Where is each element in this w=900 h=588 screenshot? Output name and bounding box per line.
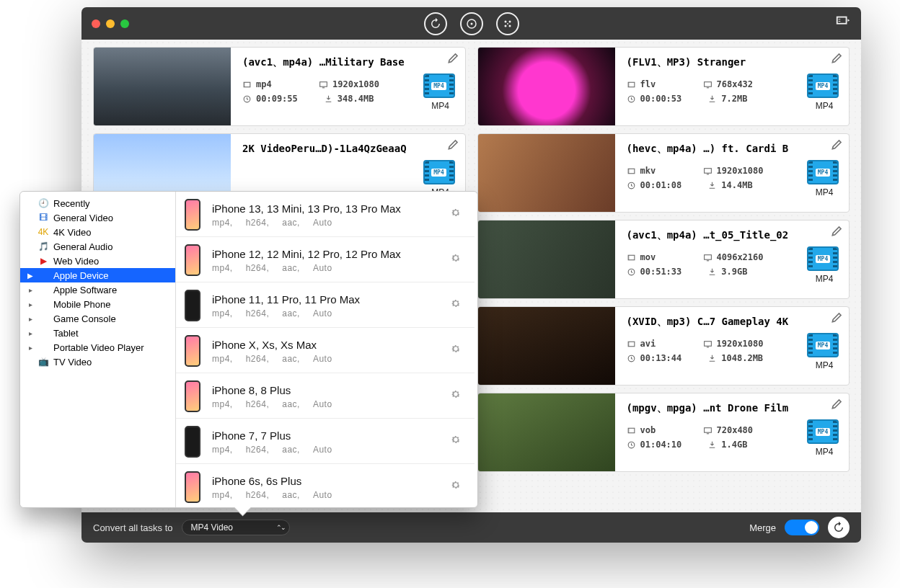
size-value: 14.4MB (707, 180, 758, 190)
video-card[interactable]: (mpgv、mpga) …nt Drone Film vob 720x480 0… (477, 393, 850, 472)
video-thumbnail (478, 393, 615, 471)
preset-item[interactable]: iPhone 8, 8 Plus mp4,h264,aac,Auto (176, 373, 475, 419)
zoom-button[interactable] (120, 19, 129, 28)
edit-icon[interactable] (830, 310, 844, 324)
category-item[interactable]: 4K 4K Video (20, 225, 175, 239)
preset-settings-icon[interactable] (450, 343, 462, 357)
titlebar-center-icons (424, 12, 519, 35)
svg-rect-27 (704, 254, 711, 259)
format-value: mov (627, 252, 677, 262)
category-item[interactable]: 🎵 General Audio (20, 239, 175, 254)
preset-settings-icon[interactable] (450, 434, 462, 448)
output-format-button[interactable]: MP4 MP4 (423, 74, 458, 111)
category-item[interactable]: 📺 TV Video (20, 355, 175, 369)
output-format-button[interactable]: MP4 MP4 (807, 419, 842, 457)
video-card[interactable]: (avc1、mp4a) …t_05_Title_02 mov 4096x2160… (477, 220, 850, 299)
preset-settings-icon[interactable] (450, 479, 462, 494)
preset-item[interactable]: iPhone 11, 11 Pro, 11 Pro Max mp4,h264,a… (176, 282, 475, 328)
edit-icon[interactable] (830, 396, 844, 411)
output-format-button[interactable]: MP4 MP4 (807, 160, 842, 197)
category-item[interactable]: ▸ Tablet (20, 326, 175, 340)
preset-item[interactable]: iPhone X, Xs, Xs Max mp4,h264,aac,Auto (176, 328, 475, 373)
category-label: Tablet (53, 328, 79, 339)
disc-icon[interactable] (460, 12, 483, 35)
category-item[interactable]: ▸ Mobile Phone (20, 297, 175, 311)
preset-settings-icon[interactable] (450, 388, 462, 403)
svg-rect-9 (839, 21, 841, 22)
size-value: 1.4GB (707, 440, 758, 450)
category-item[interactable]: 🕘 Recently (20, 196, 175, 210)
preset-sub: mp4,h264,aac,Auto (212, 354, 345, 364)
svg-rect-22 (704, 168, 711, 173)
video-card[interactable]: (XVID、mp3) C…7 Gameplay 4K avi 1920x1080… (477, 306, 850, 386)
video-thumbnail (478, 48, 615, 125)
preset-sub: mp4,h264,aac,Auto (212, 399, 345, 409)
svg-point-1 (470, 22, 472, 24)
category-item[interactable]: ▶ Apple Device (20, 268, 175, 282)
category-icon (38, 285, 49, 295)
category-icon: 📺 (38, 357, 49, 367)
video-meta: (mpgv、mpga) …nt Drone Film vob 720x480 0… (615, 393, 850, 471)
category-icon: 4K (38, 227, 49, 237)
edit-icon[interactable] (830, 137, 844, 151)
svg-rect-33 (706, 347, 708, 347)
queue-icon[interactable] (835, 14, 851, 34)
output-format-button[interactable]: MP4 MP4 (807, 74, 842, 111)
format-value: vob (627, 425, 677, 435)
category-item[interactable]: ▸ Portable Video Player (20, 340, 175, 355)
preset-settings-icon[interactable] (450, 252, 462, 267)
svg-rect-26 (628, 255, 630, 260)
video-title: (mpgv、mpga) …nt Drone Film (627, 402, 844, 415)
preset-item[interactable]: iPhone 7, 7 Plus mp4,h264,aac,Auto (176, 419, 475, 464)
preset-name: iPhone 12, 12 Mini, 12 Pro, 12 Pro Max (212, 248, 401, 260)
preset-settings-icon[interactable] (450, 207, 462, 221)
category-item[interactable]: ▸ Apple Software (20, 282, 175, 297)
start-convert-button[interactable] (828, 517, 850, 538)
edit-icon[interactable] (830, 223, 844, 238)
svg-point-3 (508, 20, 511, 22)
minimize-button[interactable] (106, 19, 115, 28)
traffic-lights (92, 19, 129, 28)
video-thumbnail (478, 307, 615, 385)
preset-name: iPhone 6s, 6s Plus (212, 475, 345, 487)
preset-item[interactable]: iPhone 6s, 6s Plus mp4,h264,aac,Auto (176, 464, 475, 507)
category-item[interactable]: ▶ Web Video (20, 254, 175, 268)
close-button[interactable] (92, 19, 100, 28)
preset-sub: mp4,h264,aac,Auto (212, 445, 345, 455)
convert-icon[interactable] (424, 12, 447, 35)
preset-item[interactable]: iPhone 13, 13 Mini, 13 Pro, 13 Pro Max m… (176, 192, 475, 237)
device-icon (185, 335, 200, 367)
preset-settings-icon[interactable] (450, 298, 462, 312)
category-item[interactable]: ▸ Game Console (20, 311, 175, 326)
svg-rect-32 (704, 341, 711, 346)
category-label: General Video (53, 213, 113, 223)
svg-point-4 (504, 24, 506, 27)
video-card[interactable]: (FLV1、MP3) Stranger flv 768x432 00:00:53… (477, 47, 850, 126)
format-value: flv (627, 79, 677, 89)
preset-sub: mp4,h264,aac,Auto (212, 490, 345, 500)
svg-rect-23 (706, 174, 708, 174)
output-format-button[interactable]: MP4 MP4 (807, 333, 842, 370)
video-thumbnail (94, 48, 231, 125)
category-item[interactable]: 🎞 General Video (20, 210, 175, 225)
convert-all-select-value: MP4 Video (191, 522, 233, 533)
preset-list: iPhone 13, 13 Mini, 13 Pro, 13 Pro Max m… (176, 192, 477, 507)
merge-switch[interactable] (785, 520, 819, 535)
video-meta: (FLV1、MP3) Stranger flv 768x432 00:00:53… (615, 48, 850, 125)
film-icon[interactable] (496, 12, 519, 35)
resolution-value: 720x480 (703, 425, 754, 435)
format-popover: 🕘 Recently 🎞 General Video 4K 4K Video 🎵… (19, 191, 478, 508)
edit-icon[interactable] (446, 50, 461, 65)
category-icon: ▶ (38, 256, 49, 266)
edit-icon[interactable] (830, 50, 844, 65)
convert-all-select[interactable]: MP4 Video (182, 520, 290, 535)
svg-rect-11 (244, 82, 245, 87)
video-card[interactable]: (hevc、mp4a) …) ft. Cardi B mkv 1920x1080… (477, 133, 850, 213)
preset-item[interactable]: iPhone 12, 12 Mini, 12 Pro, 12 Pro Max m… (176, 237, 475, 282)
output-format-button[interactable]: MP4 MP4 (807, 246, 842, 284)
video-title: (XVID、mp3) C…7 Gameplay 4K (627, 316, 844, 329)
video-card[interactable]: (avc1、mp4a) …Military Base mp4 1920x1080… (93, 47, 466, 126)
preset-sub: mp4,h264,aac,Auto (212, 308, 360, 318)
video-meta: (XVID、mp3) C…7 Gameplay 4K avi 1920x1080… (615, 307, 850, 385)
edit-icon[interactable] (446, 137, 461, 151)
